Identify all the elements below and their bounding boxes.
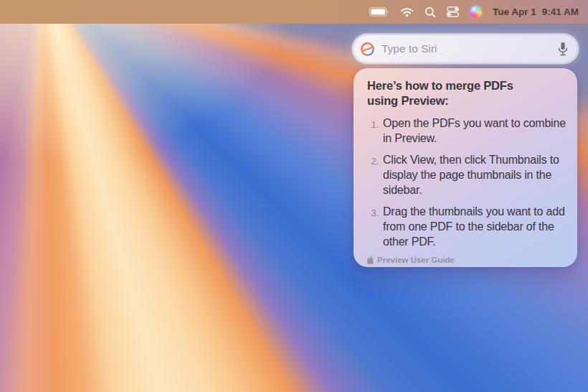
response-heading: Here’s how to merge PDFs using Preview: (367, 78, 536, 108)
siri-response-card: Here’s how to merge PDFs using Preview: … (354, 68, 577, 267)
spotlight-search-icon[interactable] (425, 5, 436, 19)
step-text: Drag the thumbnails you want to add from… (383, 204, 572, 249)
microphone-icon (557, 42, 569, 57)
source-label: Preview User Guide (377, 256, 455, 264)
clock-date: Tue Apr 1 (493, 6, 536, 17)
battery-icon[interactable] (369, 5, 389, 19)
apple-logo-icon (367, 256, 374, 264)
wifi-icon[interactable] (400, 5, 414, 19)
step-number: 1. (367, 116, 379, 146)
step-item: 2. Click View, then click Thumbnails to … (367, 152, 572, 197)
step-number: 2. (367, 152, 379, 197)
menu-bar-clock[interactable]: Tue Apr 1 9:41 AM (493, 6, 579, 17)
control-center-icon[interactable] (447, 5, 459, 19)
step-text: Click View, then click Thumbnails to dis… (383, 152, 572, 197)
dictation-mic-button[interactable] (557, 42, 569, 57)
siri-menu-icon[interactable] (470, 6, 482, 18)
step-number: 3. (367, 204, 379, 249)
step-text: Open the PDFs you want to combine in Pre… (383, 116, 572, 146)
step-item: 3. Drag the thumbnails you want to add f… (367, 204, 572, 249)
clock-time: 9:41 AM (542, 6, 579, 17)
menu-bar: Tue Apr 1 9:41 AM (0, 0, 588, 24)
siri-glow-icon (360, 42, 375, 56)
siri-text-input[interactable] (381, 42, 551, 55)
source-link[interactable]: Preview User Guide (367, 256, 572, 264)
step-item: 1. Open the PDFs you want to combine in … (367, 116, 572, 146)
steps-list: 1. Open the PDFs you want to combine in … (367, 116, 572, 256)
type-to-siri-field[interactable] (354, 35, 577, 62)
